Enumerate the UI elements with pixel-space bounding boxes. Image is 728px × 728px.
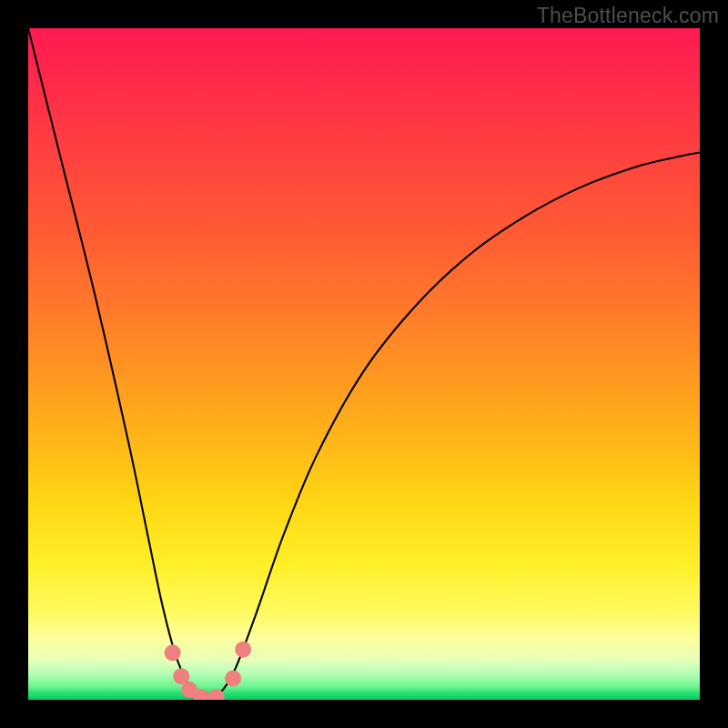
curve-markers (165, 642, 251, 700)
curve-layer (28, 28, 700, 700)
watermark-text: TheBottleneck.com (537, 4, 719, 28)
chart-frame: TheBottleneck.com (0, 0, 728, 728)
bottleneck-curve (28, 28, 700, 699)
plot-area (28, 28, 700, 700)
bottleneck-curve-path (28, 28, 700, 699)
curve-marker (235, 642, 251, 658)
curve-marker (165, 644, 181, 661)
curve-marker (225, 670, 241, 686)
